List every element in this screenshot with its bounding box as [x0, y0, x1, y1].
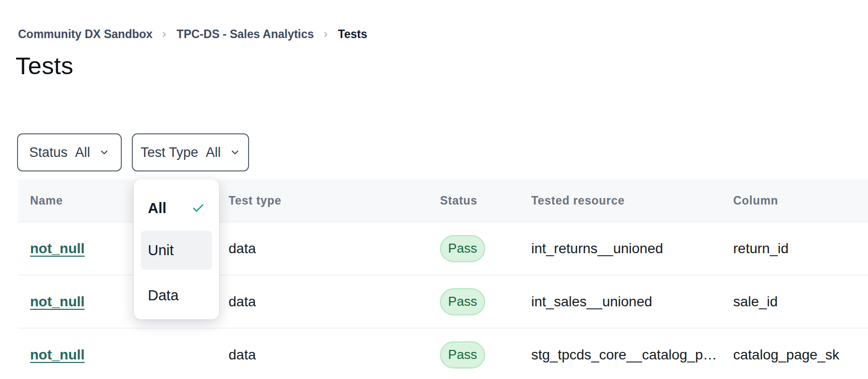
chevron-right-icon — [322, 31, 330, 39]
tests-page: { "breadcrumb": { "items": ["Community D… — [0, 0, 868, 379]
test-type-dropdown-menu: All Unit Data — [134, 179, 219, 319]
tested-resource-cell: int_returns__unioned — [531, 241, 663, 257]
dropdown-option-label: All — [148, 200, 166, 217]
tested-resource-cell: int_sales__unioned — [531, 294, 652, 310]
filter-bar: Status All Test Type All — [17, 133, 249, 171]
column-cell: return_id — [733, 241, 789, 257]
column-header-test-type: Test type — [229, 194, 282, 208]
status-filter-label: Status — [29, 145, 68, 160]
table-row: not_null data Pass stg_tpcds_core__catal… — [18, 328, 868, 379]
check-icon — [191, 202, 205, 215]
chevron-down-icon — [99, 147, 110, 158]
breadcrumb-item-workspace[interactable]: Community DX Sandbox — [18, 28, 152, 41]
tested-resource-cell: stg_tpcds_core__catalog_p… — [531, 347, 717, 363]
test-type-filter-value: All — [206, 145, 221, 160]
test-type-filter-label: Test Type — [140, 145, 198, 160]
status-badge: Pass — [440, 288, 485, 315]
breadcrumb-item-project[interactable]: TPC-DS - Sales Analytics — [176, 28, 314, 41]
status-badge: Pass — [440, 341, 485, 368]
column-header-status: Status — [440, 194, 478, 208]
dropdown-option-all[interactable]: All — [141, 189, 212, 227]
test-type-cell: data — [229, 347, 256, 363]
dropdown-option-data[interactable]: Data — [141, 278, 212, 313]
page-title: Tests — [16, 52, 73, 80]
test-name-link[interactable]: not_null — [30, 294, 85, 310]
test-type-cell: data — [229, 241, 256, 257]
status-badge: Pass — [440, 235, 485, 262]
column-header-tested-resource: Tested resource — [531, 194, 624, 208]
column-cell: catalog_page_sk — [733, 347, 839, 363]
test-type-filter-button[interactable]: Test Type All — [132, 133, 249, 171]
dropdown-option-label: Data — [148, 287, 178, 304]
breadcrumb-item-tests: Tests — [338, 28, 367, 41]
column-header-column: Column — [733, 194, 778, 208]
column-cell: sale_id — [733, 294, 778, 310]
dropdown-option-unit[interactable]: Unit — [141, 231, 212, 270]
status-filter-button[interactable]: Status All — [17, 133, 122, 171]
column-header-name: Name — [30, 194, 63, 208]
chevron-right-icon — [160, 31, 168, 39]
status-filter-value: All — [75, 145, 90, 160]
dropdown-option-label: Unit — [148, 242, 174, 259]
test-name-link[interactable]: not_null — [30, 241, 85, 257]
breadcrumb: Community DX Sandbox TPC-DS - Sales Anal… — [18, 28, 367, 41]
test-type-cell: data — [229, 294, 256, 310]
test-name-link[interactable]: not_null — [30, 347, 85, 363]
chevron-down-icon — [230, 147, 241, 158]
